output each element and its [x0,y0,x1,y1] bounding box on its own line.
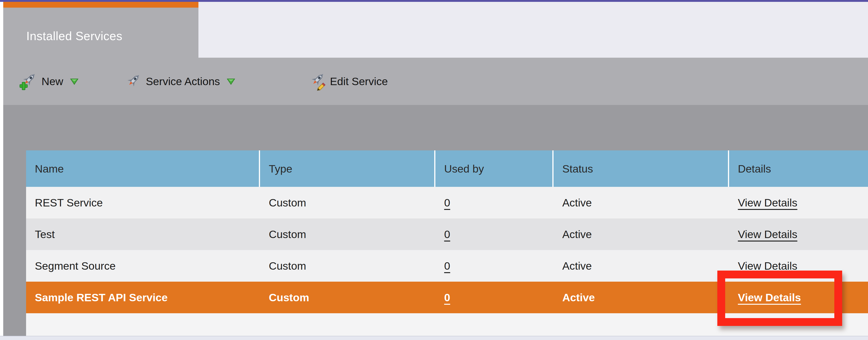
left-margin [0,2,3,336]
column-header-name: Name [26,150,260,187]
content-background-band [3,105,868,150]
column-header-status: Status [554,150,729,187]
rocket-edit-icon [308,71,328,91]
column-header-type: Type [260,150,435,187]
service-actions-dropdown-icon[interactable] [227,79,235,86]
table-row-rest-service[interactable]: REST Service Custom 0 Active View Detail… [26,187,868,218]
cell-status: Active [554,218,729,250]
edit-service-button-label: Edit Service [330,75,388,88]
cell-status: Active [554,282,729,313]
toolbar: New [3,58,868,105]
app-window: Installed Services [0,0,868,340]
cell-type: Custom [260,282,435,313]
header-background [198,2,868,58]
cell-type: Custom [260,187,435,218]
cell-name: Segment Source [26,250,260,282]
cell-type: Custom [260,218,435,250]
used-by-link[interactable]: 0 [444,196,450,209]
table-row-test[interactable]: Test Custom 0 Active View Details [26,218,868,250]
view-details-link[interactable]: View Details [738,196,797,209]
edit-service-button[interactable]: Edit Service [308,58,388,105]
column-header-used-by: Used by [435,150,554,187]
cell-name: Sample REST API Service [26,282,260,313]
active-tab-accent-bar [3,2,198,8]
cell-type: Custom [260,250,435,282]
used-by-link[interactable]: 0 [444,291,450,304]
table-header-row: Name Type Used by Status Details [26,150,868,187]
service-actions-button-label: Service Actions [146,75,220,88]
top-accent-line [0,0,868,2]
page-title: Installed Services [26,29,123,43]
view-details-link[interactable]: View Details [738,259,797,272]
cell-name: Test [26,218,260,250]
rocket-new-icon [20,71,39,91]
view-details-link[interactable]: View Details [738,228,797,241]
bottom-scrollbar-strip[interactable] [0,336,868,340]
cell-status: Active [554,187,729,218]
service-actions-button[interactable]: Service Actions [124,58,235,105]
new-button-label: New [41,75,63,88]
tab-installed-services[interactable]: Installed Services [3,8,198,58]
rocket-actions-icon [124,71,144,91]
red-highlight-box [717,271,842,326]
table-left-gutter [3,150,26,336]
used-by-link[interactable]: 0 [444,228,450,241]
new-dropdown-icon[interactable] [70,79,79,86]
new-button[interactable]: New [20,58,79,105]
cell-status: Active [554,250,729,282]
cell-name: REST Service [26,187,260,218]
used-by-link[interactable]: 0 [444,259,450,272]
column-header-details: Details [729,150,868,187]
